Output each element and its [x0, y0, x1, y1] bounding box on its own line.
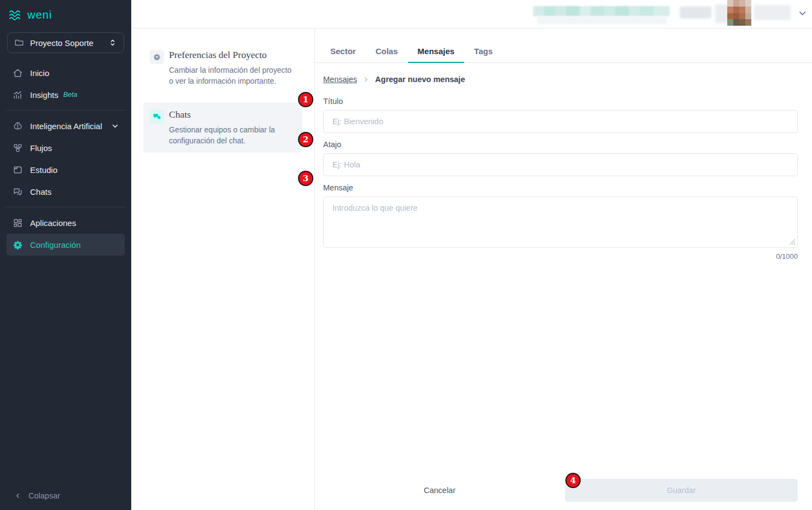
account-menu-chevron-down-icon[interactable] — [797, 8, 808, 19]
tabs-bar: Sector Colas Mensajes Tags — [315, 47, 812, 63]
flows-icon — [12, 142, 23, 153]
tab-mensajes[interactable]: Mensajes — [408, 47, 465, 62]
sidebar-nav: Inicio Insights Beta Inteligencia Artifi… — [0, 59, 131, 256]
sidebar-item-insights[interactable]: Insights Beta — [7, 84, 125, 106]
settings-nav-panel: Preferencias del Proyecto Cambiar la inf… — [131, 28, 315, 510]
studio-icon — [12, 164, 23, 175]
collapse-label: Colapsar — [28, 491, 60, 500]
titulo-input[interactable] — [323, 110, 798, 133]
char-counter: 0/1000 — [323, 252, 798, 260]
sidebar: weni Proyecto Soporte Inicio — [0, 0, 131, 510]
settings-item-chats[interactable]: Chats Gestionar equipos o cambiar la con… — [143, 102, 302, 153]
sidebar-item-label: Estudio — [30, 165, 57, 175]
blurred-text — [537, 16, 667, 24]
user-avatar[interactable] — [727, 0, 751, 26]
home-icon — [12, 67, 23, 78]
sidebar-item-inteligencia-artificial[interactable]: Inteligencia Artificial — [7, 115, 125, 137]
mensaje-label: Mensaje — [323, 183, 798, 192]
chevron-right-icon — [363, 76, 370, 83]
brain-icon — [12, 120, 23, 131]
form-footer: Cancelar Guardar — [315, 479, 812, 510]
blurred-account-text — [680, 7, 711, 19]
sidebar-item-label: Inicio — [30, 68, 49, 78]
sidebar-item-chats[interactable]: Chats — [7, 181, 125, 202]
annotation-marker-4: 4 — [565, 473, 581, 488]
blurred-username — [753, 5, 791, 20]
sidebar-item-inicio[interactable]: Inicio — [7, 62, 125, 84]
content-area: Preferencias del Proyecto Cambiar la inf… — [131, 28, 812, 510]
beta-badge: Beta — [63, 91, 78, 98]
atajo-label: Atajo — [323, 140, 798, 149]
settings-item-preferencias[interactable]: Preferencias del Proyecto Cambiar la inf… — [143, 43, 302, 94]
collapse-sidebar-button[interactable]: Colapsar — [0, 482, 131, 510]
atajo-input[interactable] — [323, 153, 798, 176]
settings-item-description: Gestionar equipos o cambiar la configura… — [169, 124, 296, 147]
logo-text: weni — [27, 9, 52, 21]
folder-icon — [14, 38, 24, 48]
top-header — [131, 0, 812, 28]
trial-badge-blurred — [533, 6, 670, 16]
breadcrumb: Mensajes Agregar nuevo mensaje — [315, 63, 812, 97]
gear-icon — [12, 239, 23, 250]
waves-icon — [9, 10, 23, 21]
project-selector[interactable]: Proyecto Soporte — [7, 32, 124, 53]
settings-item-title: Chats — [169, 109, 296, 120]
titulo-label: Título — [323, 97, 798, 106]
main-column: Preferencias del Proyecto Cambiar la inf… — [131, 0, 812, 510]
apps-icon — [12, 217, 23, 228]
sidebar-item-label: Aplicaciones — [30, 218, 76, 228]
chevron-down-icon — [111, 122, 119, 130]
chats-settings-page: Sector Colas Mensajes Tags Mensajes Agre… — [315, 28, 812, 510]
mensaje-field-group: Mensaje — [323, 183, 798, 248]
tab-tags[interactable]: Tags — [464, 47, 503, 62]
mensaje-textarea[interactable] — [323, 196, 798, 248]
project-selector-label: Proyecto Soporte — [30, 38, 102, 48]
settings-item-description: Cambiar la información del proyecto o ve… — [169, 65, 296, 87]
sidebar-item-label: Configuración — [30, 240, 81, 250]
annotation-marker-3: 3 — [298, 171, 313, 186]
sidebar-item-label: Inteligencia Artificial — [30, 121, 104, 131]
breadcrumb-current: Agregar nuevo mensaje — [375, 75, 465, 84]
settings-item-title: Preferencias del Proyecto — [169, 49, 296, 61]
new-message-form: Título Atajo Mensaje 0/1000 — [315, 97, 812, 260]
sidebar-divider — [5, 110, 126, 111]
sidebar-item-flujos[interactable]: Flujos — [7, 137, 125, 159]
sidebar-item-estudio[interactable]: Estudio — [7, 159, 125, 181]
titulo-field-group: Título — [323, 97, 798, 133]
atajo-field-group: Atajo — [323, 140, 798, 176]
tab-sector[interactable]: Sector — [320, 47, 366, 62]
chats-icon — [12, 186, 23, 197]
cancel-button[interactable]: Cancelar — [323, 479, 556, 502]
sidebar-item-aplicaciones[interactable]: Aplicaciones — [7, 212, 125, 234]
sidebar-item-configuracion[interactable]: Configuración — [7, 234, 125, 256]
annotation-marker-1: 1 — [298, 92, 313, 107]
save-button[interactable]: Guardar — [565, 479, 798, 502]
tab-colas[interactable]: Colas — [366, 47, 408, 62]
sidebar-item-label: Insights — [30, 90, 59, 100]
insights-icon — [12, 89, 23, 100]
weni-logo[interactable]: weni — [0, 0, 131, 27]
gear-icon — [150, 50, 164, 64]
sidebar-item-label: Chats — [30, 187, 51, 196]
sidebar-divider — [5, 207, 126, 207]
chat-bubbles-icon — [150, 109, 164, 124]
sidebar-item-label: Flujos — [30, 143, 52, 153]
unfold-more-icon — [108, 38, 117, 47]
annotation-marker-2: 2 — [298, 132, 313, 147]
breadcrumb-mensajes-link[interactable]: Mensajes — [323, 75, 357, 84]
chevron-left-icon — [14, 492, 22, 500]
